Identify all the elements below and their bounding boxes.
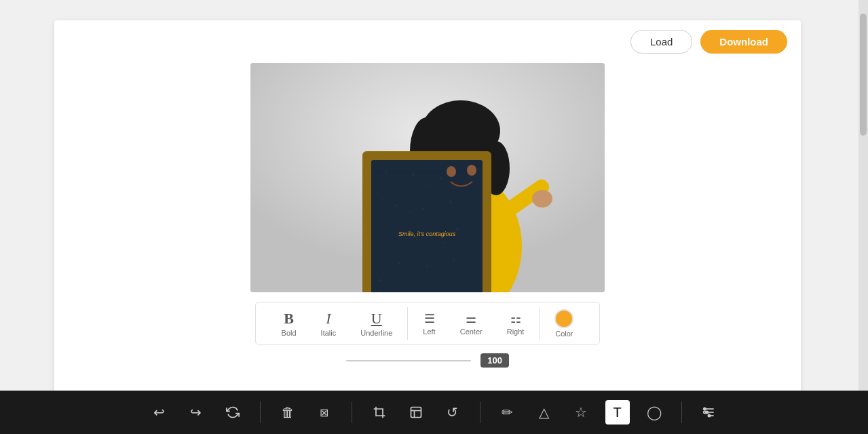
redo-button[interactable]: ↪ bbox=[184, 400, 208, 425]
align-center-button[interactable]: ⚌ Center bbox=[448, 309, 495, 338]
align-left-button[interactable]: ☰ Left bbox=[411, 309, 447, 338]
font-size-area: 100 bbox=[346, 353, 509, 368]
underline-icon: U bbox=[371, 310, 382, 328]
align-right-label: Right bbox=[507, 328, 525, 336]
bold-button[interactable]: B Bold bbox=[269, 307, 309, 340]
settings-icon bbox=[702, 406, 716, 419]
crop-icon bbox=[373, 406, 386, 419]
top-bar: Load Download bbox=[54, 20, 801, 63]
svg-point-22 bbox=[409, 212, 411, 213]
svg-text:Smile, it's contagious: Smile, it's contagious bbox=[398, 231, 456, 237]
main-canvas: Load Download bbox=[54, 20, 801, 397]
toolbar-divider-1 bbox=[407, 307, 408, 340]
align-left-icon: ☰ bbox=[424, 311, 435, 326]
svg-point-28 bbox=[416, 239, 417, 240]
svg-point-37 bbox=[453, 259, 455, 261]
align-center-icon: ⚌ bbox=[466, 311, 476, 326]
svg-rect-46 bbox=[411, 408, 421, 418]
svg-point-19 bbox=[453, 188, 455, 189]
draw-button[interactable]: ✏ bbox=[495, 400, 520, 425]
toolbar-divider-4 bbox=[681, 401, 682, 423]
svg-point-21 bbox=[396, 205, 398, 207]
align-right-icon: ⚏ bbox=[510, 311, 521, 326]
svg-point-11 bbox=[532, 190, 552, 208]
italic-label: Italic bbox=[321, 329, 337, 337]
font-size-badge: 100 bbox=[480, 353, 509, 368]
color-button[interactable]: Color bbox=[542, 307, 586, 340]
crop-button[interactable] bbox=[367, 400, 392, 425]
italic-button[interactable]: I Italic bbox=[309, 307, 349, 340]
bold-icon: B bbox=[284, 310, 294, 328]
svg-point-52 bbox=[703, 408, 705, 410]
download-button[interactable]: Download bbox=[700, 30, 787, 54]
svg-point-39 bbox=[379, 279, 381, 281]
svg-point-31 bbox=[457, 229, 459, 231]
svg-point-18 bbox=[440, 178, 442, 180]
svg-point-44 bbox=[447, 166, 456, 177]
italic-icon: I bbox=[326, 310, 331, 328]
star-button[interactable]: ☆ bbox=[569, 400, 593, 425]
svg-point-26 bbox=[389, 225, 390, 226]
crop-alt-button[interactable] bbox=[404, 400, 428, 425]
format-toolbar: B Bold I Italic U Underline ☰ Left ⚌ Cen… bbox=[255, 302, 601, 345]
toolbar-divider-1 bbox=[260, 401, 261, 423]
svg-rect-13 bbox=[371, 160, 483, 292]
svg-point-38 bbox=[460, 279, 461, 281]
svg-point-34 bbox=[413, 269, 414, 271]
svg-point-54 bbox=[706, 411, 708, 413]
svg-point-33 bbox=[399, 262, 401, 264]
svg-point-16 bbox=[413, 174, 415, 176]
svg-point-55 bbox=[708, 414, 710, 416]
svg-point-20 bbox=[382, 198, 383, 199]
rotate-button[interactable]: ↺ bbox=[440, 400, 465, 425]
toolbar-divider-2 bbox=[352, 401, 352, 423]
svg-point-14 bbox=[385, 171, 388, 173]
delete-all-button[interactable]: ⊠ bbox=[312, 400, 337, 425]
align-right-button[interactable]: ⚏ Right bbox=[495, 309, 537, 338]
align-left-label: Left bbox=[423, 328, 435, 336]
photo-scene: Smile, it's contagious bbox=[250, 63, 605, 292]
repeat-button[interactable] bbox=[221, 400, 245, 425]
svg-point-36 bbox=[440, 273, 441, 274]
align-center-label: Center bbox=[460, 328, 483, 336]
scrollbar[interactable] bbox=[858, 0, 868, 434]
underline-button[interactable]: U Underline bbox=[348, 307, 404, 340]
repeat-icon bbox=[226, 406, 240, 419]
scrollbar-thumb[interactable] bbox=[860, 14, 867, 136]
delete-button[interactable]: 🗑 bbox=[276, 400, 300, 425]
load-button[interactable]: Load bbox=[630, 30, 692, 54]
svg-point-24 bbox=[436, 215, 438, 216]
circle-button[interactable]: ◯ bbox=[642, 400, 666, 425]
undo-button[interactable]: ↩ bbox=[147, 400, 172, 425]
font-size-slider[interactable] bbox=[346, 360, 471, 361]
svg-point-17 bbox=[426, 184, 428, 186]
bottom-toolbar: ↩ ↪ 🗑 ⊠ ↺ ✏ △ ☆ T ◯ bbox=[0, 391, 868, 434]
image-canvas[interactable]: Smile, it's contagious bbox=[250, 63, 605, 292]
svg-point-40 bbox=[474, 286, 475, 288]
toolbar-divider-2 bbox=[539, 307, 540, 340]
settings-button[interactable] bbox=[697, 400, 721, 425]
svg-point-32 bbox=[385, 252, 387, 254]
text-button[interactable]: T bbox=[605, 400, 630, 425]
svg-point-15 bbox=[399, 181, 400, 182]
underline-label: Underline bbox=[360, 329, 392, 337]
color-circle bbox=[554, 309, 573, 328]
bold-label: Bold bbox=[282, 329, 297, 337]
color-label: Color bbox=[555, 330, 573, 338]
svg-point-25 bbox=[450, 201, 452, 203]
crop-alt-icon bbox=[409, 406, 423, 419]
shape-button[interactable]: △ bbox=[532, 400, 556, 425]
svg-point-45 bbox=[467, 165, 476, 176]
svg-point-35 bbox=[426, 266, 428, 268]
svg-point-30 bbox=[443, 242, 445, 243]
toolbar-divider-3 bbox=[480, 401, 480, 423]
svg-point-23 bbox=[423, 208, 425, 210]
